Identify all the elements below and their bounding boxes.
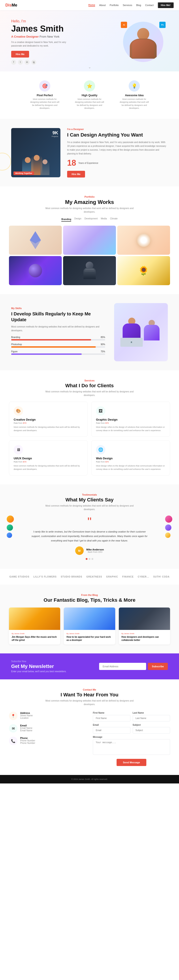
portfolio-item-6[interactable]: 🌻 — [117, 256, 170, 285]
blog-post-1-image — [9, 608, 60, 630]
newsletter-subscribe-btn[interactable]: Subscribe — [148, 663, 168, 670]
blog-post-2-content: By James Smith How to be appreciated for… — [64, 630, 115, 644]
skills-heading: I Develop Skills Regularly to Keep Me Up… — [11, 311, 105, 323]
last-name-field: Last Name — [133, 712, 170, 721]
blog-post-3[interactable]: By James Smith How designers and develop… — [119, 608, 170, 644]
form-email-row: Email Subject — [93, 724, 170, 733]
email-label: Email — [20, 724, 32, 727]
nav-portfolio[interactable]: Portfolio — [109, 4, 119, 6]
pixel-perfect-title: Pixel Perfect — [29, 94, 60, 97]
skills-section: My Skills I Develop Skills Regularly to … — [0, 294, 179, 370]
nav-contact[interactable]: Contact — [145, 4, 154, 6]
hero-section: Hello, I'm James Smith A Creative Design… — [0, 10, 179, 72]
newsletter-email-input[interactable] — [99, 663, 146, 670]
email-field: Email — [93, 724, 130, 733]
blog-post-2[interactable]: By James Smith How to be appreciated for… — [64, 608, 115, 644]
first-name-input[interactable] — [93, 715, 130, 721]
skill-photoshop: Photoshop90% — [11, 343, 105, 348]
email-content: Email Email NameEmail Name — [20, 724, 32, 732]
newsletter-text: Subscribe Now Get My Newsletter Enter yo… — [11, 660, 67, 673]
address-value: Street NameLocation — [20, 714, 33, 719]
portfolio-grid: 🌻 — [9, 226, 170, 285]
subject-label: Subject — [133, 724, 170, 726]
message-textarea[interactable] — [93, 739, 170, 755]
email-value: Email NameEmail Name — [20, 727, 32, 732]
subject-input[interactable] — [133, 727, 170, 733]
right-avatar-3 — [165, 533, 171, 538]
pixel-perfect-icon: 🎯 — [39, 80, 50, 92]
about-years-num: 18 — [67, 158, 76, 168]
client-logo-5: GRAPHIC — [106, 576, 118, 578]
portfolio-item-3[interactable] — [117, 226, 170, 255]
creative-design-rate: Rate from $70 — [14, 422, 83, 424]
web-design-rate: Rate from $70 — [96, 461, 165, 463]
email-input[interactable] — [93, 727, 130, 733]
newsletter-section: Subscribe Now Get My Newsletter Enter yo… — [0, 654, 179, 679]
dot-3[interactable] — [92, 558, 93, 560]
portfolio-label: Portfolio — [9, 196, 170, 198]
portfolio-tabs: Branding Design Development Media Climat… — [9, 217, 170, 222]
awesome-idea-desc: Most common methods for designing websit… — [119, 98, 150, 110]
email-field-label: Email — [93, 724, 130, 726]
left-avatar-3 — [7, 533, 12, 538]
nav-home[interactable]: Home — [89, 3, 95, 7]
phone-icon: 📞 — [9, 737, 17, 745]
blog-section: From the Blog Our Fantastic Blog, Tips, … — [0, 585, 179, 654]
portfolio-item-4[interactable] — [9, 256, 62, 285]
portfolio-item-5[interactable] — [63, 256, 116, 285]
ux-design-icon: 🖥 — [14, 445, 23, 454]
contact-address: 📍 Address Street NameLocation — [9, 712, 86, 720]
service-creative-design: 🎨 Creative Design Rate from $70 Most com… — [9, 402, 88, 437]
first-name-field: First Name — [93, 712, 130, 721]
skills-content: My Skills I Develop Skills Regularly to … — [11, 307, 105, 358]
nav-services[interactable]: Services — [123, 4, 132, 6]
about-image: Working Together 9K Projects — [11, 128, 60, 177]
blog-post-1[interactable]: By James Smith Jim Morgan Says After the… — [9, 608, 60, 644]
phone-content: Phone Phone NumberPhone Number — [20, 737, 35, 744]
newsletter-desc: Enter your email below, we'll send you b… — [11, 670, 67, 673]
social-instagram[interactable]: ig — [31, 60, 36, 65]
portfolio-item-1[interactable] — [9, 226, 62, 255]
blog-post-2-title: How to be appreciated for your hard work… — [67, 635, 112, 642]
testimonials-label: Testimonials — [9, 493, 170, 496]
blog-post-2-image — [64, 608, 115, 630]
hire-btn[interactable]: Hire Me! — [158, 2, 174, 8]
about-hire-btn[interactable]: Hire Me — [67, 171, 85, 178]
portfolio-item-2[interactable] — [63, 226, 116, 255]
web-design-icon: 🌐 — [96, 445, 105, 454]
awesome-idea-title: Awesome Idea — [119, 94, 150, 97]
ux-design-rate: Rate from $70 — [14, 461, 83, 463]
hero-hire-btn[interactable]: Hire Me — [11, 51, 29, 57]
contact-info: 📍 Address Street NameLocation ✉ Email Em… — [9, 712, 86, 766]
blog-title: Our Fantastic Blog, Tips, Tricks & More — [9, 597, 170, 603]
hero-text: Hello, I'm James Smith A Creative Design… — [11, 19, 121, 65]
service-web-design: 🌐 Web Design Rate from $70 Most design r… — [91, 440, 170, 476]
nav-about[interactable]: About — [99, 4, 106, 6]
tab-media[interactable]: Media — [101, 217, 107, 222]
web-design-title: Web Design — [96, 457, 165, 460]
nav-blog[interactable]: Blog — [136, 4, 141, 6]
dot-2[interactable] — [89, 558, 90, 560]
tab-climate[interactable]: Climate — [110, 217, 118, 222]
last-name-input[interactable] — [133, 715, 170, 721]
creative-design-title: Creative Design — [14, 418, 83, 421]
social-twitter[interactable]: t — [18, 60, 23, 65]
subject-field: Subject — [133, 724, 170, 733]
testimonials-title: What My Clients Say — [9, 497, 170, 503]
services-desc: Most common methods for designing websit… — [45, 390, 134, 397]
tab-design[interactable]: Design — [74, 217, 81, 222]
features-section: 🎯 Pixel Perfect Most common methods for … — [0, 72, 179, 119]
ps-badge: Ps — [159, 22, 166, 28]
tab-branding[interactable]: Branding — [61, 217, 71, 222]
newsletter-form: Subscribe — [99, 663, 168, 670]
social-facebook[interactable]: f — [11, 60, 16, 65]
blog-post-3-title: How designers and developers can collabo… — [122, 635, 167, 642]
blog-post-1-meta: By James Smith — [12, 633, 57, 635]
tab-development[interactable]: Development — [84, 217, 98, 222]
right-avatar-2 — [165, 525, 171, 531]
submit-btn[interactable]: Send Message — [117, 759, 146, 766]
blog-post-3-content: By James Smith How designers and develop… — [119, 630, 170, 644]
dot-1[interactable] — [86, 558, 87, 560]
scroll-indicator[interactable]: ⌄ — [88, 65, 91, 69]
social-linkedin[interactable]: in — [25, 60, 30, 65]
